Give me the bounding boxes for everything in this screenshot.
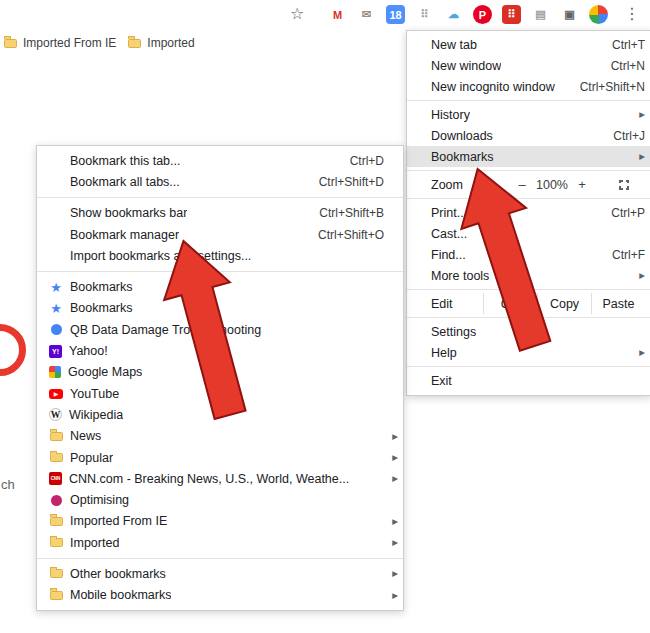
menu-item-label: Bookmarks <box>70 301 133 315</box>
menu-item-cast[interactable]: Cast... <box>407 223 650 244</box>
menu-item-bookmark-manager[interactable]: Bookmark managerCtrl+Shift+O <box>37 224 403 245</box>
menu-item-label: New window <box>431 59 501 73</box>
cnn-icon: CNN <box>49 472 62 485</box>
menu-item-label: Google Maps <box>68 365 142 379</box>
shortcut-label: Ctrl+P <box>611 206 645 220</box>
shortcut-label: Ctrl+Shift+D <box>319 175 384 189</box>
star-icon: ★ <box>49 280 63 294</box>
folder-icon <box>49 514 63 528</box>
menu-item-show-bookmarks-bar[interactable]: Show bookmarks barCtrl+Shift+B <box>37 203 403 224</box>
menu-item-popular[interactable]: Popular▶ <box>37 447 403 468</box>
zoom-level-value: 100% <box>533 178 571 192</box>
folder-icon <box>128 39 141 48</box>
bookmark-folder-label: Imported From IE <box>23 36 116 50</box>
menu-item-copy[interactable]: Copy <box>537 293 591 314</box>
folder-glyph <box>50 453 63 462</box>
menu-item-yahoo[interactable]: Y!Yahoo! <box>37 340 403 361</box>
zoom-in-button[interactable]: + <box>571 177 593 192</box>
menu-item-youtube[interactable]: ▶YouTube <box>37 383 403 404</box>
menu-item-label: Settings <box>431 325 476 339</box>
menu-item-downloads[interactable]: DownloadsCtrl+J <box>407 125 650 146</box>
calendar-18-icon[interactable]: 18 <box>386 5 405 24</box>
menu-item-bookmark-all-tabs[interactable]: Bookmark all tabs...Ctrl+Shift+D <box>37 171 403 192</box>
menu-item-exit[interactable]: Exit <box>407 370 650 391</box>
youtube-icon: ▶ <box>49 389 63 399</box>
menu-item-edit[interactable]: EditCutCopyPaste <box>407 293 650 314</box>
menu-item-settings[interactable]: Settings <box>407 321 650 342</box>
submenu-arrow-icon: ▶ <box>389 432 398 441</box>
menu-item-label: Popular <box>70 451 113 465</box>
menu-item-other-bookmarks[interactable]: Other bookmarks▶ <box>37 563 403 584</box>
grey-app-icon[interactable]: ▤ <box>531 5 550 24</box>
bookmarks-bar-item-imported[interactable]: Imported <box>126 36 204 50</box>
menu-item-print[interactable]: Print...Ctrl+P <box>407 202 650 223</box>
wikipedia-icon: W <box>49 408 62 421</box>
menu-item-mobile-bookmarks[interactable]: Mobile bookmarks▶ <box>37 585 403 606</box>
menu-item-cnn-com-breaking-news-u-s-world-weathe[interactable]: CNNCNN.com - Breaking News, U.S., World,… <box>37 468 403 489</box>
extensions-puzzle-icon[interactable]: ▣ <box>560 5 579 24</box>
menu-item-new-tab[interactable]: New tabCtrl+T <box>407 34 650 55</box>
menu-item-google-maps[interactable]: Google Maps <box>37 362 403 383</box>
stamp-icon[interactable]: ✉ <box>357 5 376 24</box>
folder-glyph <box>50 569 63 578</box>
menu-item-imported-from-ie[interactable]: Imported From IE▶ <box>37 511 403 532</box>
red-app-icon[interactable]: ⠿ <box>502 5 521 24</box>
menu-item-label: Show bookmarks bar <box>70 206 187 220</box>
menu-item-bookmark-this-tab[interactable]: Bookmark this tab...Ctrl+D <box>37 150 403 171</box>
bookmark-star-icon[interactable]: ☆ <box>290 4 304 23</box>
menu-separator <box>407 289 650 290</box>
folder-icon <box>49 567 63 581</box>
menu-item-optimising[interactable]: Optimising <box>37 489 403 510</box>
menu-item-find[interactable]: Find...Ctrl+F <box>407 244 650 265</box>
submenu-arrow-icon: ▶ <box>389 569 398 578</box>
menu-item-label: Imported <box>70 536 119 550</box>
menu-item-zoom[interactable]: Zoom–100%+ <box>407 174 650 195</box>
menu-item-news[interactable]: News▶ <box>37 426 403 447</box>
menu-item-new-window[interactable]: New windowCtrl+N <box>407 55 650 76</box>
pinterest-icon[interactable]: P <box>473 5 492 24</box>
menu-item-help[interactable]: Help▶ <box>407 342 650 363</box>
menu-item-history[interactable]: History▶ <box>407 104 650 125</box>
maps-icon <box>49 366 61 378</box>
menu-item-bookmarks[interactable]: ★Bookmarks <box>37 298 403 319</box>
menu-item-label: Import bookmarks and settings... <box>70 249 251 263</box>
menu-item-qb-data-damage-troubleshooting[interactable]: QB Data Damage Troubleshooting <box>37 319 403 340</box>
folder-glyph <box>50 432 63 441</box>
bookmark-folder-label: Imported <box>147 36 194 50</box>
menu-item-more-tools[interactable]: More tools▶ <box>407 265 650 286</box>
menu-item-label: Wikipedia <box>69 408 123 422</box>
menu-item-label: Other bookmarks <box>70 567 166 581</box>
cloud-icon[interactable]: ☁ <box>444 5 463 24</box>
menu-item-label: More tools <box>431 269 489 283</box>
menu-item-cut[interactable]: Cut <box>483 293 537 314</box>
menu-item-label: News <box>70 429 101 443</box>
fullscreen-icon[interactable] <box>619 180 629 190</box>
menu-separator <box>407 317 650 318</box>
menu-item-label: Yahoo! <box>69 344 108 358</box>
shortcut-label: Ctrl+D <box>350 154 384 168</box>
folder-icon <box>49 429 63 443</box>
menu-item-new-incognito-window[interactable]: New incognito windowCtrl+Shift+N <box>407 76 650 97</box>
menu-item-bookmarks[interactable]: Bookmarks▶ <box>407 146 650 167</box>
menu-item-label: Exit <box>431 374 452 388</box>
menu-separator <box>37 558 403 559</box>
blank-icon <box>49 175 63 189</box>
zoom-out-button[interactable]: – <box>511 177 533 192</box>
menu-kebab-icon[interactable]: ⋮ <box>622 4 642 23</box>
bookmarks-bar-item-imported-from-ie[interactable]: Imported From IE <box>2 36 126 50</box>
blank-icon <box>49 228 63 242</box>
dots-grid-icon[interactable]: ⠿ <box>415 5 434 24</box>
pink-dot-icon <box>49 493 63 507</box>
menu-item-imported[interactable]: Imported▶ <box>37 532 403 553</box>
folder-icon <box>49 536 63 550</box>
menu-item-label: History <box>431 108 470 122</box>
browser-toolbar: ☆ M✉18⠿☁P⠿▤▣ ⋮ <box>0 0 650 30</box>
menu-item-paste[interactable]: Paste <box>591 293 645 314</box>
submenu-arrow-icon: ▶ <box>389 538 398 547</box>
menu-item-bookmarks[interactable]: ★Bookmarks <box>37 276 403 297</box>
menu-item-import-bookmarks-and-settings[interactable]: Import bookmarks and settings... <box>37 245 403 266</box>
menu-item-label: Help <box>431 346 457 360</box>
gmail-icon[interactable]: M <box>328 5 347 24</box>
menu-item-wikipedia[interactable]: WWikipedia <box>37 404 403 425</box>
avatar-icon[interactable] <box>589 5 608 24</box>
